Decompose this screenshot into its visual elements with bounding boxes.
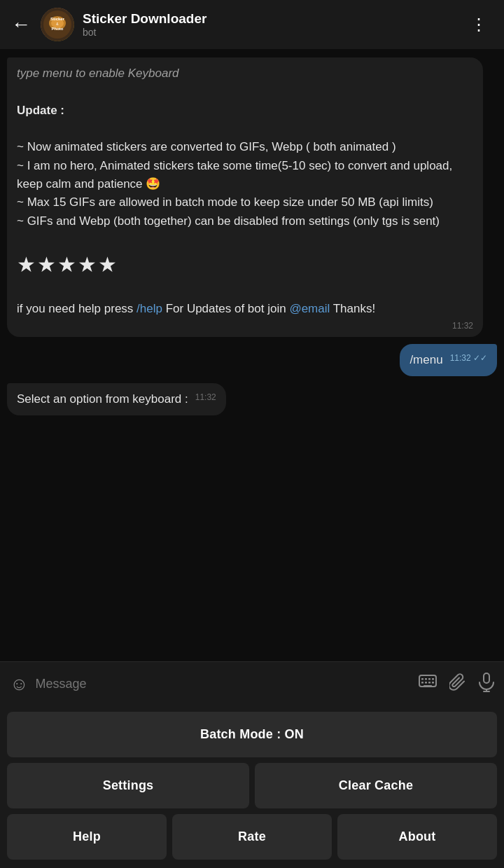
svg-rect-16 bbox=[424, 685, 432, 687]
emoji-button[interactable]: ☺ bbox=[10, 673, 29, 695]
svg-rect-14 bbox=[428, 682, 430, 684]
svg-rect-8 bbox=[421, 678, 424, 680]
message-bubble: type menu to enable Keyboard Update : ~ … bbox=[7, 57, 483, 337]
mic-icon[interactable] bbox=[479, 673, 494, 696]
input-actions bbox=[419, 673, 494, 696]
keyboard-toggle-icon[interactable] bbox=[419, 675, 437, 694]
update-body: ~ Now animated stickers are converted to… bbox=[17, 140, 452, 227]
header-info: Sticker Downloader bot bbox=[83, 11, 465, 39]
select-message: Select an option from keyboard : 11:32 bbox=[7, 383, 226, 415]
keyboard-row-1: Batch Mode : ON bbox=[7, 712, 497, 757]
keyboard-area: Batch Mode : ON Settings Clear Cache Hel… bbox=[0, 706, 504, 868]
svg-rect-13 bbox=[425, 682, 427, 684]
truncated-text: type menu to enable Keyboard bbox=[17, 67, 179, 80]
chat-header: ← Sticker & Photo Sticker Downloader bot… bbox=[0, 0, 504, 49]
chat-area: type menu to enable Keyboard Update : ~ … bbox=[0, 49, 504, 661]
svg-rect-12 bbox=[421, 682, 424, 684]
svg-rect-17 bbox=[484, 673, 489, 683]
svg-rect-10 bbox=[428, 678, 430, 680]
email-mention: @email bbox=[289, 302, 330, 315]
batch-mode-button[interactable]: Batch Mode : ON bbox=[7, 712, 497, 757]
message-timestamp: 11:32 bbox=[452, 322, 473, 330]
message-text: type menu to enable Keyboard Update : ~ … bbox=[17, 64, 473, 319]
settings-button[interactable]: Settings bbox=[7, 763, 249, 808]
chat-status: bot bbox=[83, 27, 465, 38]
read-ticks: ✓✓ bbox=[473, 353, 487, 363]
more-options-button[interactable]: ⋮ bbox=[465, 12, 493, 37]
clear-cache-button[interactable]: Clear Cache bbox=[255, 763, 497, 808]
outgoing-message: /menu 11:32 ✓✓ bbox=[400, 344, 497, 376]
help-line: if you need help press /help For Updates… bbox=[17, 302, 375, 315]
keyboard-row-2: Settings Clear Cache bbox=[7, 763, 497, 808]
update-heading: Update : bbox=[17, 104, 64, 117]
chat-name: Sticker Downloader bbox=[83, 11, 465, 27]
avatar-image: Sticker & Photo bbox=[41, 8, 74, 41]
help-button[interactable]: Help bbox=[7, 814, 167, 860]
back-button[interactable]: ← bbox=[11, 13, 31, 36]
svg-rect-15 bbox=[432, 682, 434, 684]
message-input[interactable] bbox=[36, 677, 419, 691]
svg-text:Sticker: Sticker bbox=[50, 17, 65, 21]
outgoing-timestamp: 11:32 ✓✓ bbox=[450, 354, 487, 362]
svg-rect-9 bbox=[425, 678, 427, 680]
about-button[interactable]: About bbox=[337, 814, 497, 860]
help-link[interactable]: /help bbox=[136, 302, 162, 315]
input-bar: ☺ bbox=[0, 661, 504, 706]
svg-text:Photo: Photo bbox=[52, 27, 64, 31]
avatar: Sticker & Photo bbox=[41, 8, 74, 41]
outgoing-text: /menu 11:32 ✓✓ bbox=[410, 351, 487, 369]
keyboard-row-3: Help Rate About bbox=[7, 814, 497, 860]
svg-rect-7 bbox=[419, 675, 436, 687]
select-text: Select an option from keyboard : 11:32 bbox=[17, 390, 216, 408]
select-timestamp: 11:32 bbox=[195, 393, 216, 401]
stars-display: ★★★★★ bbox=[17, 253, 118, 276]
attach-icon[interactable] bbox=[449, 673, 466, 696]
svg-rect-11 bbox=[432, 678, 434, 680]
rate-button[interactable]: Rate bbox=[172, 814, 332, 860]
